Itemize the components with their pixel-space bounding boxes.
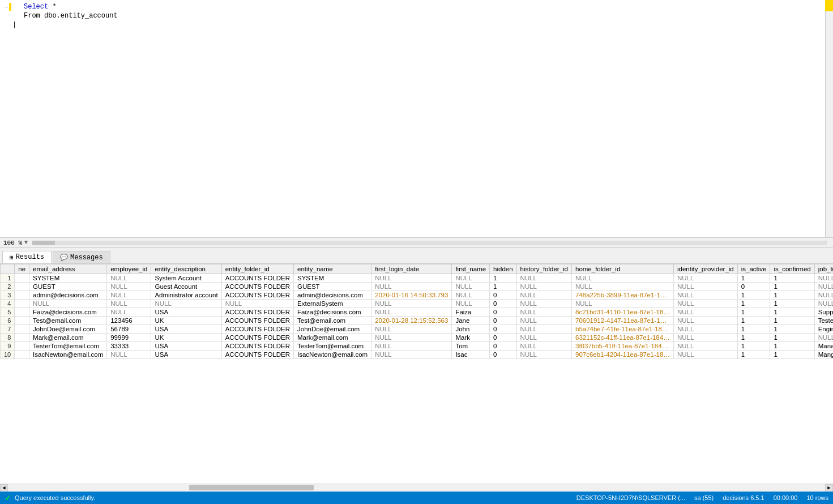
col-header-first_name[interactable]: first_name: [452, 264, 490, 274]
zoom-value: 100 %: [3, 240, 22, 246]
cell-hidden: 0: [490, 308, 517, 317]
editor-hscroll-thumb[interactable]: [32, 241, 55, 245]
col-header-home_folder_id[interactable]: home_folder_id: [572, 264, 674, 274]
editor-content[interactable]: − Select * From dbo.entity_account: [0, 0, 833, 237]
cell-entity_name: Faiza@decisions.com: [294, 308, 371, 317]
col-header-identity_provider_id[interactable]: identity_provider_id: [674, 264, 738, 274]
cell-job_title: NULL: [814, 291, 833, 300]
keyword-select: Select: [24, 3, 48, 11]
cell-entity_name: TesterTom@email.com: [294, 342, 371, 351]
cell-entity_folder_id: ACCOUNTS FOLDER: [221, 317, 293, 325]
results-area[interactable]: neemail_addressemployee_identity_descrip…: [0, 264, 833, 484]
cell-home_folder_id: 3f037bb5-41ff-11ea-87e1-184f32f7a74a: [572, 342, 674, 351]
cell-history_folder_id: NULL: [516, 317, 571, 325]
cell-entity_description: USA: [151, 325, 221, 334]
cell-hidden: 0: [490, 325, 517, 334]
col-header-employee_id[interactable]: employee_id: [107, 264, 151, 274]
vertical-scrollbar[interactable]: [825, 0, 833, 237]
cell-identity_provider_id: NULL: [674, 351, 738, 359]
cell-job_title: NULL: [814, 334, 833, 342]
cell-identity_provider_id: NULL: [674, 317, 738, 325]
col-header-entity_name[interactable]: entity_name: [294, 264, 371, 274]
sql-line-3[interactable]: [5, 20, 833, 29]
h-scroll-track[interactable]: [8, 484, 825, 492]
table-row[interactable]: 5Faiza@decisions.comNULLUSAACCOUNTS FOLD…: [1, 308, 834, 317]
cell-first_login_date: NULL: [371, 300, 452, 308]
cell-identity_provider_id: NULL: [674, 274, 738, 283]
cell-email_address: SYSTEM: [29, 274, 107, 283]
cell-entity_description: UK: [151, 334, 221, 342]
cell-rownum: 7: [1, 325, 15, 334]
cell-employee_id: 123456: [107, 317, 151, 325]
sql-editor[interactable]: − Select * From dbo.entity_account: [0, 0, 833, 238]
messages-icon: 💬: [60, 254, 68, 261]
cell-first_name: Jane: [452, 317, 490, 325]
cell-history_folder_id: NULL: [516, 308, 571, 317]
cell-entity_description: Administrator account: [151, 291, 221, 300]
table-row[interactable]: 10IsacNewton@email.comNULLUSAACCOUNTS FO…: [1, 351, 834, 359]
cell-history_folder_id: NULL: [516, 274, 571, 283]
cell-employee_id: NULL: [107, 300, 151, 308]
col-header-job_title[interactable]: job_title: [814, 264, 833, 274]
cell-ne: [15, 308, 29, 317]
bottom-scrollbar[interactable]: ◀ ▶: [0, 484, 833, 492]
cell-first_login_date: 2020-01-28 12:15:52.563: [371, 317, 452, 325]
cell-email_address: GUEST: [29, 283, 107, 291]
col-header-email_address[interactable]: email_address: [29, 264, 107, 274]
cell-email_address: Test@email.com: [29, 317, 107, 325]
cell-first_name: Faiza: [452, 308, 490, 317]
status-user: sa (55): [694, 494, 714, 501]
col-header-is_active[interactable]: is_active: [737, 264, 770, 274]
cell-identity_provider_id: NULL: [674, 325, 738, 334]
col-header-entity_folder_id[interactable]: entity_folder_id: [221, 264, 293, 274]
cell-history_folder_id: NULL: [516, 334, 571, 342]
table-row[interactable]: 3admin@decisions.comNULLAdministrator ac…: [1, 291, 834, 300]
col-header-rownum[interactable]: [1, 264, 15, 274]
cell-employee_id: NULL: [107, 308, 151, 317]
cell-rownum: 3: [1, 291, 15, 300]
cell-is_active: 1: [737, 300, 770, 308]
cell-home_folder_id: 70601912-4147-11ea-87e1-184f32f7a74a: [572, 317, 674, 325]
tab-results-label: Results: [16, 253, 44, 261]
col-header-history_folder_id[interactable]: history_folder_id: [516, 264, 571, 274]
col-header-hidden[interactable]: hidden: [490, 264, 517, 274]
col-header-ne[interactable]: ne: [15, 264, 29, 274]
cell-entity_folder_id: ACCOUNTS FOLDER: [221, 308, 293, 317]
cell-hidden: 1: [490, 274, 517, 283]
cell-rownum: 1: [1, 274, 15, 283]
col-header-first_login_date[interactable]: first_login_date: [371, 264, 452, 274]
editor-hscroll-track[interactable]: [32, 241, 827, 245]
zoom-dropdown[interactable]: ▼: [24, 240, 28, 246]
table-row[interactable]: 6Test@email.com123456UKACCOUNTS FOLDERTe…: [1, 317, 834, 325]
col-header-entity_description[interactable]: entity_description: [151, 264, 221, 274]
tab-messages-label: Messages: [70, 254, 103, 262]
status-database: decisions 6.5.1: [723, 494, 764, 501]
cell-entity_description: NULL: [151, 300, 221, 308]
cell-email_address: IsacNewton@email.com: [29, 351, 107, 359]
table-row[interactable]: 1SYSTEMNULLSystem AccountACCOUNTS FOLDER…: [1, 274, 834, 283]
tab-results[interactable]: ⊞ Results: [2, 251, 52, 263]
table-row[interactable]: 9TesterTom@email.com33333USAACCOUNTS FOL…: [1, 342, 834, 351]
cell-history_folder_id: NULL: [516, 325, 571, 334]
cell-email_address: NULL: [29, 300, 107, 308]
col-header-is_confirmed[interactable]: is_confirmed: [770, 264, 814, 274]
table-row[interactable]: 7JohnDoe@email.com56789USAACCOUNTS FOLDE…: [1, 325, 834, 334]
cell-hidden: 0: [490, 334, 517, 342]
results-grid-icon: ⊞: [10, 254, 14, 261]
scroll-right-arrow[interactable]: ▶: [825, 484, 833, 492]
cell-history_folder_id: NULL: [516, 300, 571, 308]
table-row[interactable]: 4NULLNULLNULLNULLExternalSystemNULLNULL0…: [1, 300, 834, 308]
table-row[interactable]: 2GUESTNULLGuest AccountACCOUNTS FOLDERGU…: [1, 283, 834, 291]
cell-rownum: 2: [1, 283, 15, 291]
h-scroll-thumb[interactable]: [189, 485, 314, 490]
cell-job_title: NULL: [814, 274, 833, 283]
table-row[interactable]: 8Mark@email.com99999UKACCOUNTS FOLDERMar…: [1, 334, 834, 342]
cell-entity_folder_id: ACCOUNTS FOLDER: [221, 283, 293, 291]
scroll-left-arrow[interactable]: ◀: [0, 484, 8, 492]
tab-messages[interactable]: 💬 Messages: [53, 251, 110, 263]
scrollbar-thumb-vertical[interactable]: [825, 0, 833, 11]
cell-entity_name: SYSTEM: [294, 274, 371, 283]
cell-rownum: 8: [1, 334, 15, 342]
cell-entity_folder_id: ACCOUNTS FOLDER: [221, 342, 293, 351]
cell-employee_id: NULL: [107, 274, 151, 283]
